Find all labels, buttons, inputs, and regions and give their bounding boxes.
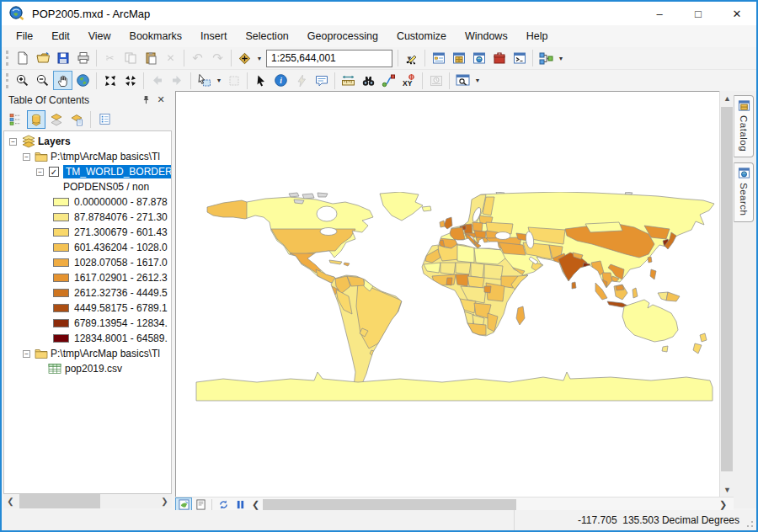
catalog-window-icon[interactable] — [449, 49, 468, 68]
print-icon[interactable] — [73, 49, 93, 68]
close-icon[interactable]: ✕ — [153, 93, 168, 107]
search-window-icon[interactable] — [469, 49, 488, 68]
html-popup-icon[interactable] — [312, 71, 331, 90]
toolbar-options-chevron[interactable]: ▼ — [557, 49, 565, 68]
save-icon[interactable] — [53, 49, 72, 68]
menu-help[interactable]: Help — [517, 27, 558, 45]
legend-row: 87.8784076 - 271.30 — [53, 210, 168, 225]
zoom-out-icon[interactable] — [33, 71, 52, 90]
menu-file[interactable]: File — [7, 27, 42, 45]
maximize-button[interactable]: □ — [679, 2, 718, 25]
tree-item-group1[interactable]: − P:\tmp\ArcMap basics\Tl — [23, 149, 160, 164]
cut-icon[interactable]: ✂ — [100, 49, 120, 68]
add-data-icon[interactable] — [235, 49, 254, 68]
svg-text:XY: XY — [403, 79, 413, 88]
clear-selection-icon[interactable] — [224, 71, 243, 90]
toolbar-grip[interactable] — [6, 73, 10, 88]
table-icon — [48, 363, 61, 375]
tree-item-table[interactable]: pop2019.csv — [48, 361, 122, 376]
scale-input[interactable] — [267, 52, 406, 64]
list-by-drawing-order-icon[interactable] — [7, 110, 25, 129]
layer-visibility-checkbox[interactable]: ✓ — [49, 167, 59, 177]
collapse-expander-icon[interactable]: − — [23, 153, 30, 161]
scroll-left-icon[interactable]: ❮ — [3, 494, 18, 508]
copy-icon[interactable] — [120, 49, 140, 68]
python-window-icon[interactable] — [510, 49, 529, 68]
resize-grip[interactable] — [745, 519, 754, 528]
menu-edit[interactable]: Edit — [42, 27, 79, 45]
full-extent-icon[interactable] — [73, 71, 93, 90]
paste-icon[interactable] — [141, 49, 160, 68]
identify-icon[interactable]: i — [271, 71, 291, 90]
minimize-button[interactable]: – — [640, 2, 679, 25]
menu-selection[interactable]: Selection — [236, 27, 297, 45]
add-data-dropdown[interactable]: ▼ — [255, 49, 264, 68]
editor-pencil-icon[interactable] — [402, 49, 421, 68]
modelbuilder-icon[interactable] — [536, 49, 556, 68]
collapse-expander-icon[interactable]: − — [23, 350, 30, 358]
menu-geoprocessing[interactable]: Geoprocessing — [298, 27, 387, 45]
toolbar-grip[interactable] — [6, 51, 10, 66]
list-by-selection-icon[interactable] — [67, 110, 86, 129]
scroll-thumb[interactable] — [721, 107, 733, 471]
table-of-contents-window-icon[interactable] — [429, 49, 448, 68]
tree-item-layers[interactable]: − Layers — [9, 134, 71, 149]
pin-icon[interactable] — [138, 93, 153, 107]
toolbar-options-chevron[interactable]: ▼ — [473, 71, 482, 90]
collapse-expander-icon[interactable]: − — [36, 168, 44, 176]
menu-bookmarks[interactable]: Bookmarks — [120, 27, 192, 45]
select-features-icon[interactable] — [195, 71, 214, 90]
find-icon[interactable] — [359, 71, 378, 90]
class-swatch — [53, 334, 69, 343]
select-elements-icon[interactable] — [251, 71, 270, 90]
dock-tab-strip: Catalog Search — [734, 91, 756, 508]
zoom-in-icon[interactable] — [13, 71, 32, 90]
fixed-zoom-in-icon[interactable] — [100, 71, 120, 90]
open-folder-icon[interactable] — [33, 49, 52, 68]
close-button[interactable]: ✕ — [718, 2, 756, 25]
collapse-expander-icon[interactable]: − — [9, 138, 17, 146]
select-features-dropdown[interactable]: ▼ — [215, 71, 223, 90]
arctoolbox-icon[interactable] — [489, 49, 509, 68]
dock-tab-catalog[interactable]: Catalog — [734, 95, 754, 157]
menu-view[interactable]: View — [79, 27, 120, 45]
tree-item-group2[interactable]: − P:\tmp\ArcMap basics\Tl — [23, 346, 160, 361]
find-route-icon[interactable] — [379, 71, 398, 90]
list-by-visibility-icon[interactable] — [47, 110, 66, 129]
scroll-right-icon[interactable]: ❯ — [157, 494, 172, 508]
undo-icon[interactable]: ↶ — [188, 49, 207, 68]
redo-icon[interactable]: ↷ — [208, 49, 227, 68]
layer-label[interactable]: TM_WORLD_BORDER — [63, 165, 172, 178]
scroll-down-icon[interactable]: ▼ — [720, 482, 734, 497]
hyperlink-icon[interactable] — [291, 71, 311, 90]
scale-combo[interactable]: ▼ — [266, 50, 392, 67]
scroll-thumb[interactable] — [19, 494, 100, 508]
tree-item-layer[interactable]: − ✓ TM_WORLD_BORDER — [36, 164, 172, 179]
toolbar-separator — [96, 50, 97, 66]
map-vertical-scrollbar[interactable]: ▲ ▼ — [719, 91, 734, 497]
toolbar-separator — [90, 111, 91, 128]
back-icon[interactable] — [147, 71, 167, 90]
scroll-up-icon[interactable]: ▲ — [720, 91, 734, 105]
go-to-xy-icon[interactable]: XY — [399, 71, 419, 90]
toc-horizontal-scrollbar[interactable]: ❮ ❯ — [3, 494, 172, 508]
pan-icon[interactable] — [53, 71, 72, 90]
toc-title: Table Of Contents — [8, 94, 89, 106]
toc-options-icon[interactable] — [95, 110, 114, 129]
menu-insert[interactable]: Insert — [191, 27, 236, 45]
viewer-window-icon[interactable] — [453, 71, 472, 90]
class-label: 2612.32736 - 4449.5 — [74, 287, 168, 299]
new-document-icon[interactable] — [13, 49, 32, 68]
list-by-source-icon[interactable] — [27, 110, 45, 129]
legend-row: 12834.8001 - 64589. — [53, 331, 168, 346]
measure-icon[interactable] — [339, 71, 358, 90]
forward-icon[interactable] — [168, 71, 187, 90]
menu-windows[interactable]: Windows — [456, 27, 517, 45]
class-swatch — [53, 289, 69, 297]
map-canvas[interactable] — [175, 91, 719, 497]
dock-tab-search[interactable]: Search — [734, 162, 754, 221]
menu-customize[interactable]: Customize — [387, 27, 456, 45]
fixed-zoom-out-icon[interactable] — [120, 71, 140, 90]
time-slider-icon[interactable] — [426, 71, 446, 90]
delete-icon[interactable]: ✕ — [161, 49, 180, 68]
